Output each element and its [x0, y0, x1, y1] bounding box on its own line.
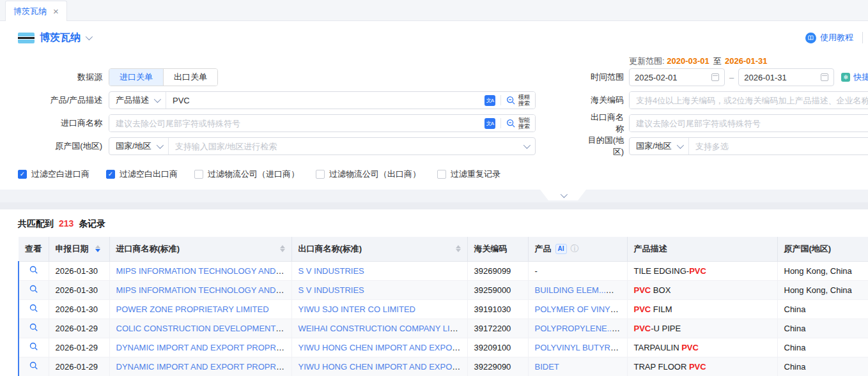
filter-panel: 更新范围: 2020-03-01 至 2026-01-31 数据源 进口关单 出… — [0, 54, 868, 190]
importer-link[interactable]: DYNAMIC IMPORT AND EXPORT PROPRIET... — [116, 362, 292, 372]
cell-date: 2026-01-30 — [49, 261, 109, 280]
fuzzy-search-line2: 搜索 — [518, 100, 530, 107]
tutorial-link[interactable]: 使用教程 — [805, 32, 853, 43]
origin-country-input[interactable] — [169, 138, 523, 154]
exporter-input[interactable] — [630, 115, 868, 132]
origin-country-label: 原产国(地区) — [0, 140, 102, 152]
exporter-link[interactable]: YIWU SJO INTER CO LIMITED — [298, 305, 415, 314]
country-selector[interactable]: 博茨瓦纳 — [18, 31, 91, 45]
checkbox-filter-blank-exporter[interactable]: ✓ 过滤空白出口商 — [106, 169, 178, 180]
sort-importer-button[interactable] — [280, 245, 285, 252]
filter-checkboxes: ✓ 过滤空白进口商 ✓ 过滤空白出口商 过滤物流公司（进口商） 过滤物流公司（出… — [18, 165, 868, 183]
exporter-link[interactable]: YIWU HONG CHEN IMPORT AND EXPORT ... — [298, 343, 468, 352]
checkbox-icon[interactable]: ✓ — [106, 170, 115, 179]
collapse-filters-button[interactable] — [540, 190, 586, 200]
chevron-down-icon[interactable] — [86, 33, 93, 40]
update-range-start: 2020-03-01 — [667, 56, 709, 66]
translate-icon[interactable]: 文A — [484, 95, 495, 106]
checkbox-icon[interactable] — [194, 170, 203, 179]
importer-link[interactable]: POWER ZONE PROPRIETARY LIMITED — [116, 305, 269, 314]
results-table: 查看 申报日期 进口商名称(标准) 出口商名称(标准) — [18, 237, 868, 376]
checkbox-filter-logistics-exporter[interactable]: 过滤物流公司（出口商） — [316, 169, 421, 180]
view-detail-icon[interactable] — [29, 323, 38, 332]
view-detail-icon[interactable] — [29, 342, 38, 351]
exporter-link[interactable]: WEIHAI CONSTRUCTION COMPANY LIMITED — [298, 324, 468, 333]
origin-country-group: 国家/地区 — [109, 137, 536, 155]
fuzzy-search-line1: 模糊 — [518, 94, 530, 100]
end-date-input[interactable]: 2026-01-31 — [738, 68, 834, 86]
tab-title: 博茨瓦纳 — [13, 6, 47, 17]
product-link[interactable]: BUILDING ELEM... — [535, 285, 614, 295]
col-date: 申报日期 — [49, 237, 109, 261]
quick-options-button[interactable]: ✻ 快捷选项 — [841, 71, 868, 83]
checkbox-filter-blank-importer[interactable]: ✓ 过滤空白进口商 — [18, 169, 89, 180]
product-type-select[interactable]: 产品描述 — [109, 92, 166, 109]
cell-date: 2026-01-30 — [49, 299, 109, 319]
checkbox-filter-logistics-importer[interactable]: 过滤物流公司（进口商） — [194, 169, 299, 180]
importer-input[interactable] — [109, 115, 484, 132]
data-source-label: 数据源 — [0, 71, 102, 83]
tab-import-declarations[interactable]: 进口关单 — [109, 69, 163, 86]
product-type-value: 产品描述 — [116, 94, 149, 106]
col-product: 产品 AI ⓘ — [528, 237, 627, 261]
exporter-link[interactable]: YIWU HONG CHEN IMPORT AND EXPORT ... — [298, 362, 468, 372]
view-detail-icon[interactable] — [29, 361, 38, 370]
results-count: 213 — [59, 218, 74, 229]
panel-gap — [0, 202, 868, 209]
dest-country-input[interactable] — [689, 138, 868, 154]
cell-desc: PVC BOX — [627, 280, 777, 299]
dest-country-label: 目的国(地区) — [583, 135, 624, 158]
exporter-link[interactable]: S V INDUSTRIES — [298, 266, 364, 276]
calendar-icon — [821, 73, 828, 81]
checkbox-icon[interactable] — [316, 170, 325, 179]
importer-link[interactable]: COLIC CONSTRUCTION DEVELOPMENT CO ... — [116, 324, 292, 333]
tutorial-book-icon — [805, 33, 816, 43]
cell-hs-code: 39172200 — [467, 319, 528, 338]
tab-export-declarations[interactable]: 出口关单 — [163, 69, 217, 86]
col-exporter: 出口商名称(标准) — [291, 237, 467, 261]
cell-origin: China — [777, 338, 868, 357]
sort-date-button[interactable] — [95, 245, 100, 252]
importer-link[interactable]: MIPS INFORMATION TECHNOLOGY AND C... — [116, 266, 291, 276]
hs-code-input[interactable] — [630, 92, 868, 109]
exporter-link[interactable]: S V INDUSTRIES — [298, 285, 364, 295]
product-input-group: 产品描述 文A 模糊 搜索 — [109, 91, 536, 109]
product-link[interactable]: - — [535, 266, 538, 276]
end-date-value: 2026-01-31 — [744, 73, 817, 82]
results-summary: 共匹配到 213 条记录 — [0, 209, 868, 237]
dest-country-select[interactable]: 国家/地区 — [630, 138, 689, 154]
cell-origin: China — [777, 319, 868, 338]
product-link[interactable]: POLYVINYL BUTYRAL — [535, 343, 621, 352]
botswana-flag-icon — [18, 33, 35, 43]
quick-options-label: 快捷选项 — [853, 71, 868, 83]
sort-exporter-button[interactable] — [456, 245, 461, 252]
view-detail-icon[interactable] — [29, 304, 38, 313]
importer-link[interactable]: DYNAMIC IMPORT AND EXPORT PROPRIET... — [116, 343, 292, 352]
product-link[interactable]: POLYPROPYLENE... — [535, 324, 620, 333]
page-tab[interactable]: 博茨瓦纳 × — [5, 1, 67, 21]
checkbox-label: 过滤空白出口商 — [120, 169, 178, 180]
page-title: 博茨瓦纳 — [40, 31, 81, 45]
view-detail-icon[interactable] — [29, 285, 38, 294]
cell-desc: PVC FILM — [627, 299, 777, 319]
collapse-strip — [0, 190, 868, 202]
close-icon[interactable]: × — [53, 6, 59, 16]
checkbox-icon[interactable] — [437, 170, 446, 179]
product-link[interactable]: BIDET — [535, 362, 559, 372]
checkbox-icon[interactable]: ✓ — [18, 170, 27, 179]
start-date-input[interactable]: 2025-02-01 — [629, 68, 725, 86]
fuzzy-search-button[interactable]: 模糊 搜索 — [501, 92, 535, 109]
info-icon[interactable]: ⓘ — [571, 243, 579, 255]
translate-icon[interactable]: 文A — [484, 118, 495, 129]
smart-search-button[interactable]: 智能 搜索 — [501, 115, 535, 132]
origin-country-select[interactable]: 国家/地区 — [109, 138, 169, 154]
product-link[interactable]: POLYMER OF VINYL C... — [535, 305, 628, 314]
product-search-input[interactable] — [166, 92, 484, 109]
checkbox-label: 过滤重复记录 — [451, 169, 500, 180]
importer-link[interactable]: MIPS INFORMATION TECHNOLOGY AND C... — [116, 285, 291, 295]
col-importer: 进口商名称(标准) — [109, 237, 291, 261]
product-label: 产品/产品描述 — [0, 94, 102, 106]
col-desc: 产品描述 — [627, 237, 777, 261]
checkbox-filter-duplicates[interactable]: 过滤重复记录 — [437, 169, 500, 180]
view-detail-icon[interactable] — [29, 266, 38, 274]
